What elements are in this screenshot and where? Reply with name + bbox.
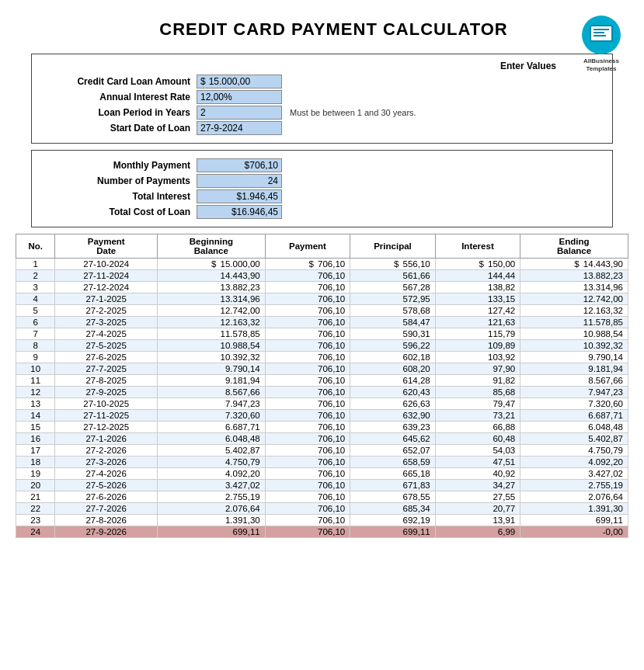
cell-no: 19 xyxy=(16,468,55,480)
col-header-beginning-balance: BeginningBalance xyxy=(157,234,265,259)
cell-principal: 671,83 xyxy=(350,480,435,491)
cell-payment: 706,10 xyxy=(265,433,350,445)
cell-principal: 678,55 xyxy=(350,491,435,503)
start-date-value[interactable]: 27-9-2024 xyxy=(197,121,282,135)
cell-interest: 121,63 xyxy=(435,317,520,328)
table-row: 1127-8-20259.181,94706,10614,2891,828.56… xyxy=(16,375,628,387)
cell-beginning-balance: 5.402,87 xyxy=(157,445,265,457)
svg-rect-2 xyxy=(594,32,604,33)
input-section: Enter Values Credit Card Loan Amount $ 1… xyxy=(31,54,613,144)
cell-ending-balance: 11.578,85 xyxy=(520,317,628,328)
cell-date: 27-6-2026 xyxy=(55,491,158,503)
cell-payment: 706,10 xyxy=(265,293,350,305)
svg-rect-1 xyxy=(594,29,609,30)
cell-no: 4 xyxy=(16,293,55,305)
table-row: 1627-1-20266.048,48706,10645,6260,485.40… xyxy=(16,433,628,445)
cell-ending-balance: 1.391,30 xyxy=(520,503,628,515)
cell-payment: 706,10 xyxy=(265,305,350,317)
interest-rate-value[interactable]: 12,00% xyxy=(197,90,282,104)
cell-beginning-balance: 10.392,32 xyxy=(157,352,265,363)
loan-amount-value[interactable]: $ 15.000,00 xyxy=(197,75,282,89)
table-row: 1527-12-20256.687,71706,10639,2366,886.0… xyxy=(16,422,628,433)
cell-payment: 706,10 xyxy=(265,375,350,387)
cell-no: 24 xyxy=(16,526,55,538)
table-row: 1427-11-20257.320,60706,10632,9073,216.6… xyxy=(16,410,628,422)
cell-beginning-balance: 6.048,48 xyxy=(157,433,265,445)
cell-date: 27-8-2025 xyxy=(55,375,158,387)
cell-no: 14 xyxy=(16,410,55,422)
cell-beginning-balance: 3.427,02 xyxy=(157,480,265,491)
table-row: 527-2-202512.742,00706,10578,68127,4212.… xyxy=(16,305,628,317)
cell-no: 1 xyxy=(16,259,55,270)
cell-beginning-balance: 4.750,79 xyxy=(157,457,265,468)
cell-date: 27-3-2026 xyxy=(55,457,158,468)
input-row-start-date: Start Date of Loan 27-9-2024 xyxy=(41,121,603,135)
cell-payment: 706,10 xyxy=(265,270,350,282)
cell-beginning-balance: 9.790,14 xyxy=(157,363,265,375)
cell-principal: 584,47 xyxy=(350,317,435,328)
input-row-interest-rate: Annual Interest Rate 12,00% xyxy=(41,90,603,104)
table-row: 2127-6-20262.755,19706,10678,5527,552.07… xyxy=(16,491,628,503)
cell-ending-balance: 12.163,32 xyxy=(520,305,628,317)
cell-date: 27-1-2025 xyxy=(55,293,158,305)
cell-ending-balance: 7.320,60 xyxy=(520,398,628,410)
results-row-total-cost: Total Cost of Loan $16.946,45 xyxy=(41,205,603,219)
interest-rate-label: Annual Interest Rate xyxy=(41,92,197,102)
cell-date: 27-9-2025 xyxy=(55,387,158,398)
cell-interest: 20,77 xyxy=(435,503,520,515)
monthly-payment-label: Monthly Payment xyxy=(41,160,197,171)
cell-interest: 34,27 xyxy=(435,480,520,491)
cell-principal: $ 556,10 xyxy=(350,259,435,270)
cell-principal: 561,66 xyxy=(350,270,435,282)
cell-payment: 706,10 xyxy=(265,445,350,457)
cell-principal: 626,63 xyxy=(350,398,435,410)
cell-beginning-balance: 8.567,66 xyxy=(157,387,265,398)
cell-no: 11 xyxy=(16,375,55,387)
cell-ending-balance: 9.181,94 xyxy=(520,363,628,375)
cell-interest: 13,91 xyxy=(435,515,520,526)
cell-interest: 66,88 xyxy=(435,422,520,433)
cell-interest: 115,79 xyxy=(435,328,520,340)
cell-date: 27-6-2025 xyxy=(55,352,158,363)
input-section-header: Enter Values xyxy=(41,61,603,71)
cell-beginning-balance: 13.314,96 xyxy=(157,293,265,305)
cell-interest: 40,92 xyxy=(435,468,520,480)
cell-date: 27-4-2025 xyxy=(55,328,158,340)
cell-interest: 103,92 xyxy=(435,352,520,363)
cell-principal: 658,59 xyxy=(350,457,435,468)
cell-principal: 645,62 xyxy=(350,433,435,445)
cell-beginning-balance: 6.687,71 xyxy=(157,422,265,433)
cell-ending-balance: -0,00 xyxy=(520,526,628,538)
cell-beginning-balance: 12.163,32 xyxy=(157,317,265,328)
cell-principal: 652,07 xyxy=(350,445,435,457)
cell-principal: 567,28 xyxy=(350,282,435,293)
col-header-payment-date: PaymentDate xyxy=(55,234,158,259)
cell-interest: 127,42 xyxy=(435,305,520,317)
input-row-loan-amount: Credit Card Loan Amount $ 15.000,00 xyxy=(41,75,603,89)
table-row: 1227-9-20258.567,66706,10620,4385,687.94… xyxy=(16,387,628,398)
cell-ending-balance: 8.567,66 xyxy=(520,375,628,387)
cell-payment: 706,10 xyxy=(265,480,350,491)
table-row: 627-3-202512.163,32706,10584,47121,6311.… xyxy=(16,317,628,328)
cell-beginning-balance: 2.076,64 xyxy=(157,503,265,515)
cell-date: 27-12-2025 xyxy=(55,422,158,433)
table-row: 1727-2-20265.402,87706,10652,0754,034.75… xyxy=(16,445,628,457)
cell-payment: 706,10 xyxy=(265,340,350,352)
cell-interest: 109,89 xyxy=(435,340,520,352)
table-row: 927-6-202510.392,32706,10602,18103,929.7… xyxy=(16,352,628,363)
loan-period-value[interactable]: 2 xyxy=(197,106,282,120)
cell-ending-balance: 10.988,54 xyxy=(520,328,628,340)
table-row: 727-4-202511.578,85706,10590,31115,7910.… xyxy=(16,328,628,340)
num-payments-label: Number of Payments xyxy=(41,175,197,186)
cell-date: 27-9-2026 xyxy=(55,526,158,538)
cell-beginning-balance: 9.181,94 xyxy=(157,375,265,387)
cell-date: 27-5-2026 xyxy=(55,480,158,491)
cell-payment: 706,10 xyxy=(265,398,350,410)
cell-payment: 706,10 xyxy=(265,468,350,480)
dollar-prefix: $ xyxy=(200,76,206,87)
cell-principal: 590,31 xyxy=(350,328,435,340)
total-cost-value: $16.946,45 xyxy=(197,205,282,219)
cell-beginning-balance: $ 15.000,00 xyxy=(157,259,265,270)
cell-no: 17 xyxy=(16,445,55,457)
cell-date: 27-11-2024 xyxy=(55,270,158,282)
